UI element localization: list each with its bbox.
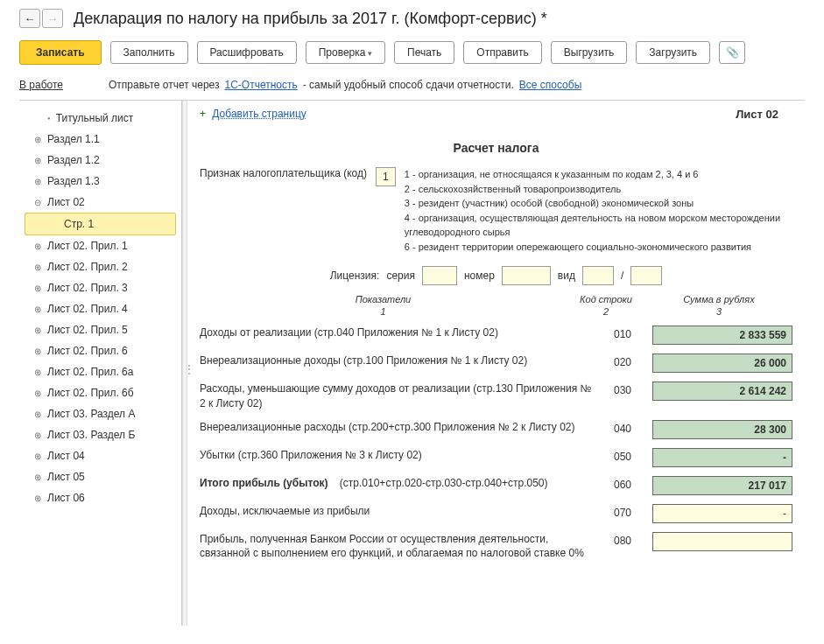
expand-icon[interactable]: ⊕ <box>33 346 42 356</box>
row-value-input[interactable]: 2 833 559 <box>652 326 792 345</box>
send-button[interactable]: Отправить <box>463 41 542 64</box>
sidebar-item[interactable]: ⊕Лист 02. Прил. 5 <box>19 319 181 340</box>
import-button[interactable]: Загрузить <box>636 41 710 64</box>
sidebar-item[interactable]: ⊕Раздел 1.1 <box>19 129 181 150</box>
license-type-input[interactable] <box>582 266 614 285</box>
sidebar-item-label: Лист 02 <box>47 196 85 208</box>
row-value-input[interactable]: 217 017 <box>652 476 792 495</box>
sidebar-item[interactable]: ⊕Лист 04 <box>19 445 181 466</box>
sidebar-item-label: Лист 02. Прил. 3 <box>47 282 128 294</box>
sidebar-item-label: Раздел 1.1 <box>47 133 100 145</box>
expand-icon[interactable]: ⊕ <box>33 304 42 314</box>
decode-button[interactable]: Расшифровать <box>197 41 297 64</box>
row-value-input[interactable]: - <box>652 504 792 523</box>
add-page-link[interactable]: + Добавить страницу <box>200 108 792 120</box>
plus-icon: + <box>200 108 206 120</box>
sidebar-item[interactable]: ⊕Лист 03. Раздел А <box>19 403 181 424</box>
all-methods-link[interactable]: Все способы <box>519 79 582 91</box>
expand-icon[interactable]: ⊕ <box>33 494 42 503</box>
row-code: 040 <box>596 420 649 435</box>
row-label: Внереализационные расходы (стр.200+стр.3… <box>200 420 593 435</box>
sidebar-item[interactable]: ⊕Лист 03. Раздел Б <box>19 424 181 445</box>
license-slash: / <box>621 270 623 282</box>
print-button[interactable]: Печать <box>394 41 454 64</box>
calc-title: Расчет налога <box>200 141 792 155</box>
back-button[interactable]: ← <box>19 9 40 28</box>
sidebar-item[interactable]: ⊕Лист 06 <box>19 487 181 508</box>
sidebar-item[interactable]: ⊕Лист 02. Прил. 3 <box>19 277 181 298</box>
sidebar-item-label: Лист 06 <box>47 492 85 504</box>
sidebar-item[interactable]: ⊖Лист 02 <box>19 192 181 213</box>
expand-icon[interactable]: ⊖ <box>33 198 42 207</box>
sidebar-item[interactable]: ⊕Лист 02. Прил. 6 <box>19 340 181 361</box>
row-label: Прибыль, полученная Банком России от осу… <box>200 532 593 562</box>
row-value-input[interactable] <box>652 532 792 551</box>
data-row: Внереализационные расходы (стр.200+стр.3… <box>200 420 792 439</box>
taxpayer-code-input[interactable]: 1 <box>376 167 396 186</box>
taxpayer-label: Признак налогоплательщика (код) <box>200 167 367 179</box>
sidebar-item[interactable]: ⊕Лист 02. Прил. 6б <box>19 382 181 403</box>
expand-icon[interactable]: ⊕ <box>33 368 42 377</box>
col-header-indicator: Показатели <box>200 294 567 304</box>
sidebar-item-label: Лист 02. Прил. 1 <box>47 240 128 252</box>
taxpayer-code-desc: 1 - организация, не относящаяся к указан… <box>405 167 792 254</box>
sidebar-item-label: Лист 02. Прил. 6а <box>47 366 133 378</box>
row-value-input[interactable]: 2 614 242 <box>652 382 792 401</box>
row-value-input[interactable]: - <box>652 448 792 467</box>
row-label: Итого прибыль (убыток) (стр.010+стр.020-… <box>200 476 593 491</box>
status-link[interactable]: В работе <box>19 79 63 91</box>
expand-icon[interactable]: ⊕ <box>33 326 42 335</box>
license-type-label: вид <box>558 270 575 282</box>
license-series-input[interactable] <box>422 266 457 285</box>
expand-icon[interactable]: ⊕ <box>33 156 42 165</box>
forward-button[interactable]: → <box>42 9 63 28</box>
sidebar-item-label: Раздел 1.3 <box>47 175 100 187</box>
expand-icon[interactable]: ⊕ <box>33 135 42 144</box>
license-sub-input[interactable] <box>630 266 662 285</box>
expand-icon[interactable]: ⊕ <box>33 284 42 293</box>
license-number-input[interactable] <box>502 266 551 285</box>
expand-icon[interactable]: ⊕ <box>33 452 42 461</box>
paperclip-icon: 📎 <box>726 46 739 59</box>
check-button[interactable]: Проверка <box>306 41 385 64</box>
sidebar-item[interactable]: ⊕Лист 02. Прил. 6а <box>19 361 181 382</box>
sidebar-item[interactable]: ●Титульный лист <box>19 108 181 129</box>
sidebar-item-label: Лист 02. Прил. 2 <box>47 261 128 273</box>
row-code: 060 <box>596 476 649 491</box>
attach-button[interactable]: 📎 <box>719 41 745 64</box>
sidebar-item[interactable]: Стр. 1 <box>25 213 176 235</box>
expand-icon[interactable]: ⊕ <box>33 262 42 272</box>
toolbar: Записать Заполнить Расшифровать Проверка… <box>19 40 805 65</box>
row-value-input[interactable]: 26 000 <box>652 354 792 373</box>
sidebar-item[interactable]: ⊕Лист 02. Прил. 2 <box>19 256 181 277</box>
expand-icon[interactable]: ⊕ <box>33 388 42 398</box>
expand-icon[interactable]: ⊕ <box>33 430 42 440</box>
sidebar-item[interactable]: ⊕Лист 05 <box>19 466 181 487</box>
write-button[interactable]: Записать <box>19 40 102 65</box>
sidebar-item-label: Лист 03. Раздел Б <box>47 429 135 441</box>
row-label: Убытки (стр.360 Приложения № 3 к Листу 0… <box>200 448 593 463</box>
expand-icon[interactable]: ⊕ <box>33 410 42 419</box>
fill-button[interactable]: Заполнить <box>110 41 188 64</box>
sidebar-item[interactable]: ⊕Раздел 1.2 <box>19 150 181 171</box>
col-header-code: Код строки <box>567 294 645 304</box>
sheet-label: Лист 02 <box>736 108 778 121</box>
sidebar-item[interactable]: ⊕Раздел 1.3 <box>19 171 181 192</box>
expand-icon[interactable]: ⊕ <box>33 242 42 251</box>
sidebar-item[interactable]: ⊕Лист 02. Прил. 1 <box>19 235 181 256</box>
export-button[interactable]: Выгрузить <box>551 41 628 64</box>
data-row: Расходы, уменьшающие сумму доходов от ре… <box>200 382 792 411</box>
data-row: Итого прибыль (убыток) (стр.010+стр.020-… <box>200 476 792 495</box>
sidebar-item-label: Лист 05 <box>47 471 85 483</box>
data-row: Убытки (стр.360 Приложения № 3 к Листу 0… <box>200 448 792 467</box>
sidebar-item[interactable]: ⊕Лист 02. Прил. 4 <box>19 298 181 319</box>
expand-icon[interactable]: ⊕ <box>33 177 42 186</box>
expand-icon[interactable]: ⊕ <box>33 472 42 482</box>
row-value-input[interactable]: 28 300 <box>652 420 792 439</box>
data-row: Доходы, исключаемые из прибыли070- <box>200 504 792 523</box>
row-code: 030 <box>596 382 649 396</box>
row-code: 020 <box>596 354 649 368</box>
row-code: 070 <box>596 504 649 519</box>
reporting-link[interactable]: 1С-Отчетность <box>225 79 298 91</box>
license-row: Лицензия: серия номер вид / <box>200 266 792 285</box>
